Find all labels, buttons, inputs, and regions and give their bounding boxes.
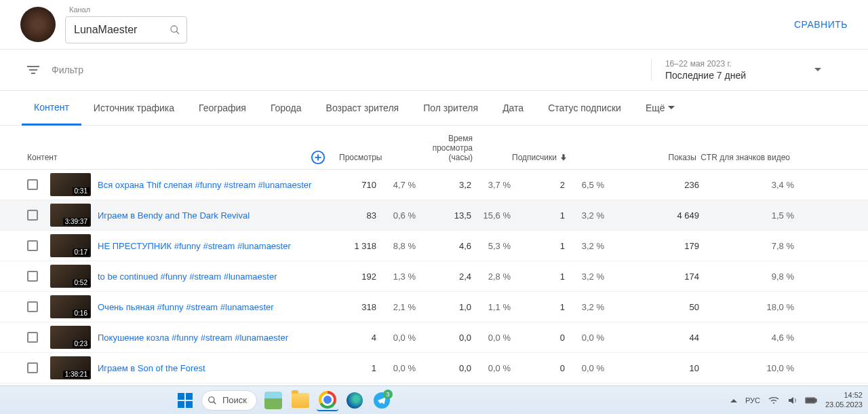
video-title[interactable]: Вся охрана Thif слепая #funny #stream #l… xyxy=(98,180,338,190)
video-thumbnail[interactable]: 0:17 xyxy=(50,234,91,257)
impr-value: 174 xyxy=(669,271,699,282)
table-header: Контент Просмотры Время просмотра (часы)… xyxy=(0,126,868,170)
watch-value: 0,0 xyxy=(441,363,471,373)
video-title[interactable]: to be continued #funny #stream #lunamaes… xyxy=(98,271,338,282)
table-row[interactable]: 0:31 Вся охрана Thif слепая #funny #stre… xyxy=(0,170,868,200)
taskbar-explorer[interactable] xyxy=(290,390,311,411)
table-row[interactable]: 1:38:21 Играем в Son of the Forest 10,0 … xyxy=(0,353,868,383)
video-thumbnail[interactable]: 0:16 xyxy=(50,295,91,318)
search-icon[interactable] xyxy=(170,24,180,35)
tab-date[interactable]: Дата xyxy=(490,92,536,124)
table-row[interactable]: 0:16 Очень пьяная #funny #stream #lunama… xyxy=(0,292,868,322)
channel-avatar[interactable] xyxy=(20,7,56,42)
video-thumbnail[interactable]: 3:39:37 xyxy=(50,204,91,227)
taskbar-clock[interactable]: 14:52 23.05.2023 xyxy=(825,391,863,409)
channel-block: Канал xyxy=(65,5,187,43)
video-title[interactable]: Очень пьяная #funny #stream #lunamaester xyxy=(98,302,338,312)
notification-badge: 3 xyxy=(383,390,393,399)
views-value: 192 xyxy=(347,271,376,282)
views-value: 4 xyxy=(347,333,376,343)
chevron-down-icon xyxy=(668,106,675,110)
compare-button[interactable]: СРАВНИТЬ xyxy=(794,19,848,30)
battery-icon[interactable] xyxy=(805,397,817,404)
tab-cities[interactable]: Города xyxy=(258,92,314,124)
ctr-value: 7,8 % xyxy=(759,241,794,251)
filter-placeholder[interactable]: Фильтр xyxy=(52,64,83,75)
date-range-picker[interactable]: 16–22 мая 2023 г. Последние 7 дней xyxy=(651,59,841,81)
taskbar-time: 14:52 xyxy=(825,391,863,400)
sort-down-icon xyxy=(561,153,566,162)
svg-line-1 xyxy=(176,31,179,34)
row-checkbox[interactable] xyxy=(27,332,38,343)
tray-language[interactable]: РУС xyxy=(745,396,760,404)
views-pct: 4,7 % xyxy=(380,180,416,190)
impr-value: 236 xyxy=(669,180,699,190)
col-header-subs[interactable]: Подписчики xyxy=(512,153,606,162)
taskbar-chrome[interactable] xyxy=(317,390,338,411)
chrome-icon xyxy=(319,391,336,409)
col-header-ctr[interactable]: CTR для значков видео xyxy=(701,153,795,162)
video-thumbnail[interactable]: 0:31 xyxy=(50,173,91,196)
table-row[interactable]: 0:23 Покушение козла #funny #stream #lun… xyxy=(0,322,868,353)
row-checkbox[interactable] xyxy=(27,362,38,373)
subs-value: 0 xyxy=(535,363,565,373)
windows-logo-icon xyxy=(178,393,193,408)
table-row[interactable]: 0:52 to be continued #funny #stream #lun… xyxy=(0,261,868,292)
subs-pct: 3,2 % xyxy=(569,271,604,282)
tab-viewer-gender[interactable]: Пол зрителя xyxy=(411,92,490,124)
views-pct: 0,0 % xyxy=(380,333,416,343)
impr-value: 179 xyxy=(669,241,699,251)
video-duration: 0:52 xyxy=(73,279,90,286)
tab-geography[interactable]: География xyxy=(186,92,258,124)
video-thumbnail[interactable]: 0:23 xyxy=(50,326,91,349)
taskbar-edge[interactable] xyxy=(344,390,366,411)
taskbar-date: 23.05.2023 xyxy=(825,400,863,409)
taskbar-widget[interactable] xyxy=(262,390,284,411)
tab-traffic-source[interactable]: Источник трафика xyxy=(81,92,186,124)
tab-more-label: Ещё xyxy=(646,102,665,113)
ctr-value: 4,6 % xyxy=(759,333,794,343)
date-preset-text: Последние 7 дней xyxy=(665,70,746,81)
row-checkbox[interactable] xyxy=(27,210,38,221)
add-column-icon[interactable] xyxy=(311,150,326,165)
impr-value: 44 xyxy=(669,333,699,343)
tab-viewer-age[interactable]: Возраст зрителя xyxy=(314,92,412,124)
video-title[interactable]: Играем в Son of the Forest xyxy=(98,363,338,373)
col-header-watch[interactable]: Время просмотра (часы) xyxy=(417,134,512,162)
row-checkbox[interactable] xyxy=(27,301,38,312)
ctr-value: 18,0 % xyxy=(759,302,794,312)
filter-icon[interactable] xyxy=(27,65,39,75)
video-thumbnail[interactable]: 1:38:21 xyxy=(50,356,91,379)
volume-icon[interactable] xyxy=(787,396,797,405)
video-thumbnail[interactable]: 0:52 xyxy=(50,265,91,288)
subs-value: 1 xyxy=(535,210,565,221)
row-checkbox[interactable] xyxy=(27,240,38,251)
start-button[interactable] xyxy=(174,390,196,411)
search-icon xyxy=(208,396,217,405)
row-checkbox[interactable] xyxy=(27,271,38,282)
subs-pct: 3,2 % xyxy=(569,241,604,251)
channel-search-input[interactable] xyxy=(65,16,187,43)
wifi-icon[interactable] xyxy=(768,396,779,404)
views-value: 710 xyxy=(347,180,376,190)
tray-chevron-icon[interactable] xyxy=(730,398,737,402)
tab-more[interactable]: Ещё xyxy=(633,92,687,124)
subs-pct: 3,2 % xyxy=(569,302,604,312)
tab-content[interactable]: Контент xyxy=(22,91,81,126)
col-header-impressions[interactable]: Показы xyxy=(606,153,701,162)
row-checkbox[interactable] xyxy=(27,179,38,190)
tab-subscription-status[interactable]: Статус подписки xyxy=(536,92,633,124)
video-title[interactable]: Играем в Bendy and The Dark Revival xyxy=(98,210,338,221)
taskbar-telegram[interactable]: 3 xyxy=(371,390,393,411)
taskbar-search[interactable]: Поиск xyxy=(201,390,257,411)
table-row[interactable]: 0:17 НЕ ПРЕСТУПНИК #funny #stream #lunam… xyxy=(0,231,868,261)
subs-pct: 6,5 % xyxy=(569,180,604,190)
watch-pct: 0,0 % xyxy=(475,333,511,343)
tabs-bar: Контент Источник трафика География Город… xyxy=(0,91,868,126)
video-title[interactable]: Покушение козла #funny #stream #lunamaes… xyxy=(98,333,338,343)
table-row[interactable]: 3:39:37 Играем в Bendy and The Dark Revi… xyxy=(0,200,868,231)
video-title[interactable]: НЕ ПРЕСТУПНИК #funny #stream #lunamaeste… xyxy=(98,241,338,251)
col-header-views[interactable]: Просмотры xyxy=(339,153,417,162)
subs-pct: 3,2 % xyxy=(569,210,604,221)
impr-value: 50 xyxy=(669,302,699,312)
